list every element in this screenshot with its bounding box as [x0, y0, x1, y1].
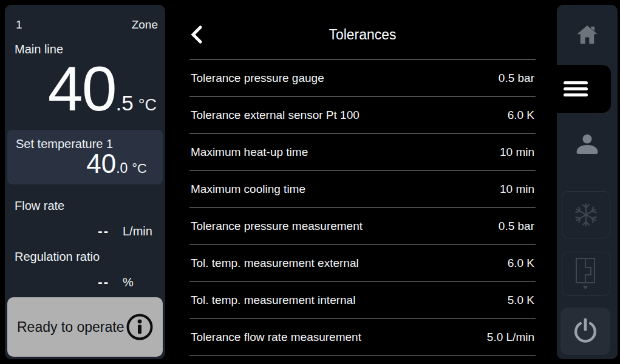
tolerance-label: Tolerance pressure gauge: [191, 72, 324, 85]
tolerance-row-pressure-measurement[interactable]: Tolerance pressure measurement 0.5 bar: [189, 208, 536, 245]
tolerance-value: 10 min: [500, 146, 534, 159]
flow-diagram-icon: [575, 257, 597, 291]
cooling-mode-button[interactable]: [562, 191, 610, 238]
tolerance-value: 10 min: [500, 183, 534, 196]
regulation-ratio-unit: %: [123, 276, 134, 288]
tolerance-value: 5.0 L/min: [487, 331, 534, 344]
back-button[interactable]: [189, 24, 208, 45]
flow-rate-value: -- L/min: [5, 224, 162, 238]
tolerance-row-heatup-time[interactable]: Maximum heat-up time 10 min: [189, 134, 536, 171]
regulation-ratio-value: -- %: [5, 275, 162, 289]
tolerance-row-pressure-gauge[interactable]: Tolerance pressure gauge 0.5 bar: [189, 60, 536, 97]
tolerance-value: 0.5 bar: [499, 72, 534, 85]
tolerance-label: Tolerance flow rate measurement: [191, 331, 361, 344]
tolerances-list: Tolerance pressure gauge 0.5 bar Toleran…: [189, 60, 536, 356]
set-temperature-value: 40.0°C: [86, 150, 147, 177]
flow-rate-number: --: [5, 224, 109, 238]
main-temp-unit: °C: [138, 96, 157, 114]
tolerance-label: Maximum heat-up time: [191, 146, 308, 159]
main-temp-integer: 40: [48, 53, 116, 124]
nav-menu-button[interactable]: [540, 65, 611, 113]
status-ready-button[interactable]: Ready to operate: [7, 297, 163, 357]
tolerance-row-temp-measurement-internal[interactable]: Tol. temp. measurement internal 5.0 K: [189, 282, 536, 319]
main-temp-decimal: .5: [116, 91, 134, 115]
snowflake-icon: [573, 201, 599, 228]
zone-label: Zone: [132, 18, 158, 32]
tolerance-row-flow-rate-measurement[interactable]: Tolerance flow rate measurement 5.0 L/mi…: [189, 319, 536, 356]
user-icon: [575, 133, 599, 156]
circuit-select-button[interactable]: [562, 252, 610, 296]
tolerance-label: Maximum cooling time: [191, 183, 305, 196]
main-temperature-readout: 40.5°C: [48, 57, 157, 120]
chevron-left-icon: [189, 25, 208, 44]
info-icon: [125, 312, 154, 342]
status-label: Ready to operate: [17, 319, 124, 335]
nav-user-button[interactable]: [557, 120, 618, 169]
regulation-ratio-number: --: [5, 275, 109, 289]
menu-icon: [564, 81, 588, 84]
power-button[interactable]: [560, 308, 610, 355]
zone-header: 1 Zone: [16, 18, 158, 32]
set-temperature-card[interactable]: Set temperature 1 40.0°C: [7, 130, 163, 184]
home-icon: [575, 22, 599, 47]
nav-home-button[interactable]: [557, 6, 618, 63]
tolerance-label: Tolerance external sensor Pt 100: [191, 109, 359, 122]
flow-rate-label: Flow rate: [15, 199, 64, 213]
set-temp-decimal: .0: [116, 160, 128, 176]
power-icon: [571, 317, 599, 345]
tolerance-value: 5.0 K: [508, 294, 534, 307]
tolerance-value: 6.0 K: [508, 109, 534, 122]
tolerance-label: Tolerance pressure measurement: [191, 220, 363, 233]
set-temp-unit: °C: [132, 161, 147, 176]
tolerance-row-cooling-time[interactable]: Maximum cooling time 10 min: [189, 171, 536, 208]
page-header: Tolerances: [189, 0, 536, 60]
zone-panel: 1 Zone Main line 40.5°C Set temperature …: [5, 5, 165, 359]
tolerance-row-external-sensor[interactable]: Tolerance external sensor Pt 100 6.0 K: [189, 97, 536, 134]
regulation-ratio-label: Regulation ratio: [15, 250, 100, 264]
tolerance-label: Tol. temp. measurement internal: [191, 294, 355, 307]
set-temp-integer: 40: [86, 149, 116, 178]
tolerance-label: Tol. temp. measurement external: [191, 257, 359, 270]
tolerances-page: Tolerances Tolerance pressure gauge 0.5 …: [189, 0, 536, 364]
page-title: Tolerances: [189, 0, 536, 43]
tolerance-value: 0.5 bar: [499, 220, 534, 233]
tolerance-row-temp-measurement-external[interactable]: Tol. temp. measurement external 6.0 K: [189, 245, 536, 282]
zone-number: 1: [16, 18, 22, 32]
tolerance-value: 6.0 K: [508, 257, 534, 270]
hmi-screen: 1 Zone Main line 40.5°C Set temperature …: [0, 0, 620, 364]
flow-rate-unit: L/min: [123, 225, 152, 237]
